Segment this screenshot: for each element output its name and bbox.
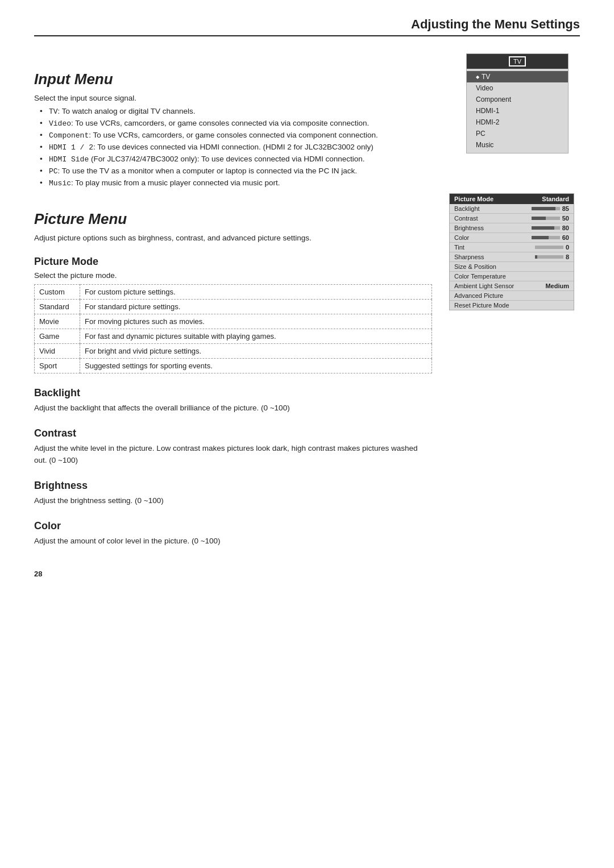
tv-menu-item-component: Component	[467, 94, 568, 105]
ps-bar-tint	[535, 246, 563, 249]
ps-bar-fill-contrast	[532, 217, 546, 220]
list-item: Video: To use VCRs, camcorders, or game …	[40, 119, 449, 128]
ps-bar-wrap-contrast: 50	[532, 215, 569, 222]
ps-bar-wrap-sharpness: 8	[535, 254, 569, 260]
ps-label-sharpness: Sharpness	[454, 254, 484, 260]
ps-row-sharpness: Sharpness 8	[450, 252, 574, 262]
tv-menu-item-tv: TV	[467, 71, 568, 82]
picture-mode-table: Custom For custom picture settings. Stan…	[34, 284, 432, 373]
ps-label-ambient: Ambient Light Sensor	[454, 283, 514, 289]
ps-row-color: Color 60	[450, 233, 574, 243]
ps-bar-backlight	[532, 207, 560, 210]
bullet-prefix: PC	[49, 167, 58, 176]
ps-bar-wrap-backlight: 85	[532, 205, 569, 212]
ps-label-brightness: Brightness	[454, 225, 484, 231]
table-cell-mode: Custom	[35, 285, 80, 300]
picture-menu-heading: Picture Menu	[34, 210, 432, 228]
picture-settings-header: Picture Mode Standard	[450, 194, 574, 204]
picture-text-column: Picture Menu Adjust picture options such…	[34, 193, 432, 547]
ps-value-backlight: 85	[562, 205, 569, 212]
tv-menu-ui: TV TV Video Component HDMI-1 HDMI-2 PC M…	[466, 53, 569, 153]
list-item: Music: To play music from a music player…	[40, 178, 449, 188]
header-title: Adjusting the Menu Settings	[411, 17, 580, 31]
brightness-section: Brightness Adjust the brightness setting…	[34, 480, 432, 506]
ps-label-contrast: Contrast	[454, 215, 478, 222]
tv-menu-item-music: Music	[467, 139, 568, 151]
picture-settings-box: Picture Mode Standard Backlight 85 Contr	[449, 193, 574, 310]
picture-menu-intro: Adjust picture options such as birghness…	[34, 234, 432, 242]
ps-bar-fill-brightness	[532, 226, 554, 230]
ps-value-brightness: 80	[562, 225, 569, 231]
backlight-section: Backlight Adjust the backlight that affe…	[34, 387, 432, 414]
picture-mode-section: Picture Mode Select the picture mode. Cu…	[34, 256, 432, 373]
ps-row-advanced-picture: Advanced Picture	[450, 291, 574, 301]
table-cell-mode: Standard	[35, 300, 80, 314]
ps-bar-color	[532, 236, 560, 239]
list-item: HDMI 1 / 2: To use devices connected via…	[40, 143, 449, 152]
input-text-column: Input Menu Select the input source signa…	[34, 53, 449, 193]
backlight-heading: Backlight	[34, 387, 432, 399]
ps-bar-sharpness	[535, 255, 563, 259]
ps-value-ambient: Medium	[545, 283, 569, 289]
tv-menu-item-hdmi1: HDMI-1	[467, 105, 568, 117]
input-bullet-list: TV: To watch analog or digital TV channe…	[34, 107, 449, 188]
ps-bar-wrap-tint: 0	[535, 244, 569, 251]
table-row: Vivid For bright and vivid picture setti…	[35, 344, 432, 359]
ps-bar-brightness	[532, 226, 560, 230]
ps-label-color-temp: Color Temperature	[454, 273, 506, 280]
ps-value-tint: 0	[566, 244, 569, 251]
brightness-text: Adjust the brightness setting. (0 ~100)	[34, 495, 432, 506]
table-cell-desc: For standard picture settings.	[80, 300, 432, 314]
color-text: Adjust the amount of color level in the …	[34, 535, 432, 547]
table-cell-mode: Movie	[35, 314, 80, 329]
ps-bar-wrap-color: 60	[532, 234, 569, 241]
table-row: Sport Suggested settings for sporting ev…	[35, 359, 432, 373]
table-cell-desc: For fast and dynamic pictures suitable w…	[80, 329, 432, 344]
ps-row-size-position: Size & Position	[450, 262, 574, 272]
bullet-prefix: Video	[49, 119, 71, 128]
ps-row-reset: Reset Picture Mode	[450, 301, 574, 310]
ps-bar-fill-backlight	[532, 207, 556, 210]
tv-menu-box: TV TV Video Component HDMI-1 HDMI-2 PC M…	[466, 53, 580, 193]
page-container: Adjusting the Menu Settings Input Menu S…	[0, 0, 614, 868]
ps-row-brightness: Brightness 80	[450, 223, 574, 233]
table-cell-desc: For custom picture settings.	[80, 285, 432, 300]
table-cell-mode: Sport	[35, 359, 80, 373]
ps-label-size-position: Size & Position	[454, 263, 496, 270]
ps-label-advanced-picture: Advanced Picture	[454, 292, 503, 299]
tv-menu-item-pc: PC	[467, 128, 568, 139]
table-cell-desc: For moving pictures such as movies.	[80, 314, 432, 329]
table-row: Standard For standard picture settings.	[35, 300, 432, 314]
bullet-prefix: HDMI Side	[49, 155, 89, 164]
color-heading: Color	[34, 520, 432, 532]
ps-row-tint: Tint 0	[450, 243, 574, 252]
ps-label-backlight: Backlight	[454, 205, 480, 212]
ps-row-ambient: Ambient Light Sensor Medium	[450, 281, 574, 291]
input-menu-heading: Input Menu	[34, 70, 449, 88]
table-row: Movie For moving pictures such as movies…	[35, 314, 432, 329]
ps-bar-wrap-brightness: 80	[532, 225, 569, 231]
bullet-prefix: TV	[49, 107, 58, 116]
contrast-heading: Contrast	[34, 427, 432, 439]
table-row: Game For fast and dynamic pictures suita…	[35, 329, 432, 344]
contrast-section: Contrast Adjust the white level in the p…	[34, 427, 432, 466]
bullet-prefix: Music	[49, 179, 71, 188]
ps-row-color-temp: Color Temperature	[450, 272, 574, 281]
brightness-heading: Brightness	[34, 480, 432, 492]
table-cell-mode: Game	[35, 329, 80, 344]
input-menu-intro: Select the input source signal.	[34, 94, 449, 102]
color-section: Color Adjust the amount of color level i…	[34, 520, 432, 547]
table-cell-desc: For bright and vivid picture settings.	[80, 344, 432, 359]
ps-label-color: Color	[454, 234, 469, 241]
ps-bar-contrast	[532, 217, 560, 220]
tv-menu-item-video: Video	[467, 82, 568, 94]
ps-row-backlight: Backlight 85	[450, 204, 574, 214]
tv-menu-items-list: TV Video Component HDMI-1 HDMI-2 PC Musi…	[467, 69, 568, 153]
ps-label-tint: Tint	[454, 244, 464, 251]
ps-row-contrast: Contrast 50	[450, 214, 574, 223]
contrast-text: Adjust the white level in the picture. L…	[34, 443, 432, 466]
list-item: Component: To use VCRs, camcorders, or g…	[40, 131, 449, 140]
ps-header-label: Picture Mode	[454, 196, 493, 202]
list-item: PC: To use the TV as a monitor when a co…	[40, 167, 449, 176]
table-cell-desc: Suggested settings for sporting events.	[80, 359, 432, 373]
